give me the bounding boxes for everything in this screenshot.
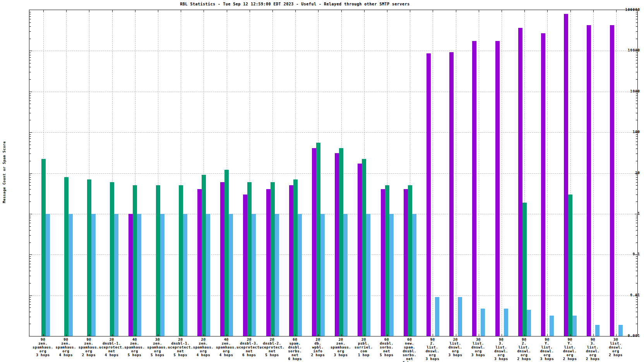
y-minor-tick — [29, 226, 31, 227]
x-bottom-tick — [181, 334, 181, 336]
y-minor-tick — [29, 134, 31, 135]
y-minor-tick — [636, 304, 637, 305]
y-major-tick — [29, 295, 32, 296]
x-bottom-tick — [341, 334, 342, 336]
bar-score-0-1- — [114, 214, 118, 336]
y-minor-tick — [29, 230, 31, 231]
x-top-tick — [318, 10, 319, 12]
bar-spam — [41, 159, 46, 336]
y-gridline — [29, 254, 637, 255]
bar-spam — [293, 179, 298, 336]
bar-score-0-1- — [183, 214, 187, 336]
y-minor-tick — [636, 256, 637, 257]
y-minor-tick — [636, 218, 637, 218]
bar-not-spam — [495, 41, 500, 336]
y-tick-label: 0.1 — [617, 252, 640, 256]
x-top-tick — [66, 10, 67, 12]
x-bottom-tick — [524, 334, 525, 336]
y-minor-tick — [636, 39, 637, 39]
y-minor-tick — [29, 235, 31, 236]
y-minor-tick — [29, 177, 31, 178]
bar-spam — [522, 203, 527, 336]
bar-not-spam — [426, 53, 431, 336]
y-minor-tick — [636, 138, 637, 139]
y-minor-tick — [636, 12, 637, 12]
y-minor-tick — [636, 283, 637, 283]
y-minor-tick — [636, 324, 637, 324]
y-minor-tick — [29, 149, 31, 149]
y-minor-tick — [636, 104, 637, 104]
bar-score-0-1- — [69, 214, 73, 336]
bar-score-0-1- — [46, 214, 50, 336]
y-gridline — [29, 51, 637, 51]
x-top-tick — [43, 10, 44, 12]
x-bottom-tick — [570, 334, 571, 336]
y-minor-tick — [29, 101, 31, 101]
x-bottom-tick — [204, 334, 204, 336]
y-minor-tick — [29, 63, 31, 63]
y-minor-tick — [29, 136, 31, 137]
y-minor-tick — [29, 271, 31, 271]
x-top-tick — [227, 10, 227, 12]
x-top-tick — [89, 10, 89, 12]
x-top-tick — [112, 10, 113, 12]
y-minor-tick — [636, 312, 637, 312]
chart-title: RBL Statistics - Tue Sep 12 12:59:00 EDT… — [140, 2, 450, 6]
y-minor-tick — [636, 113, 637, 113]
bar-score-0-1- — [229, 214, 233, 336]
x-top-tick — [204, 10, 204, 12]
x-top-tick — [250, 10, 250, 12]
y-minor-tick — [29, 283, 31, 283]
x-gridline — [433, 10, 433, 336]
y-minor-tick — [636, 136, 637, 137]
plot-area — [29, 10, 638, 336]
y-minor-tick — [636, 261, 637, 261]
y-minor-tick — [29, 175, 31, 175]
y-minor-tick — [636, 57, 637, 58]
y-minor-tick — [636, 98, 637, 98]
x-top-tick — [341, 10, 342, 12]
y-minor-tick — [29, 16, 31, 17]
y-minor-tick — [29, 185, 31, 186]
bar-score-0-1- — [343, 214, 348, 336]
x-top-tick — [410, 10, 410, 12]
y-major-tick — [635, 132, 637, 133]
bar-not-spam — [289, 185, 293, 336]
x-top-tick — [158, 10, 158, 12]
bar-score-0-1- — [527, 310, 531, 336]
y-minor-tick — [636, 145, 637, 145]
x-top-tick — [502, 10, 502, 12]
x-gridline — [456, 10, 456, 336]
bar-not-spam — [518, 28, 522, 336]
x-top-tick — [570, 10, 571, 12]
y-major-tick — [29, 173, 32, 174]
bar-not-spam — [335, 153, 339, 336]
bar-spam — [362, 159, 366, 336]
y-minor-tick — [636, 216, 637, 216]
y-minor-tick — [29, 276, 31, 276]
y-minor-tick — [29, 138, 31, 139]
bar-score-0-1- — [458, 297, 462, 336]
x-gridline — [547, 10, 548, 336]
bar-not-spam — [564, 14, 568, 336]
y-minor-tick — [29, 145, 31, 145]
y-minor-tick — [29, 53, 31, 53]
x-top-tick — [479, 10, 479, 12]
y-minor-tick — [29, 113, 31, 113]
x-bottom-tick — [227, 334, 227, 336]
y-minor-tick — [29, 201, 31, 202]
y-minor-tick — [636, 179, 637, 180]
y-minor-tick — [29, 256, 31, 257]
bar-spam — [64, 177, 69, 336]
y-gridline — [29, 214, 637, 214]
y-minor-tick — [29, 220, 31, 220]
x-top-tick — [181, 10, 181, 12]
y-minor-tick — [636, 185, 637, 186]
y-minor-tick — [636, 26, 637, 27]
y-gridline — [29, 173, 637, 174]
x-bottom-tick — [387, 334, 387, 336]
bar-spam — [110, 182, 114, 336]
x-top-tick — [387, 10, 387, 12]
y-tick-label: 100 — [617, 130, 640, 134]
x-top-tick — [524, 10, 525, 12]
